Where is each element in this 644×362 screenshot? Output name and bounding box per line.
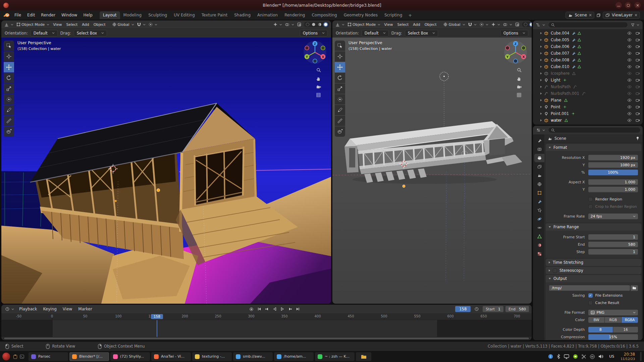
tray-volume-icon[interactable] xyxy=(598,354,603,359)
jump-to-end-button[interactable] xyxy=(294,306,301,312)
properties-tab-world[interactable] xyxy=(534,180,544,188)
workspace-tab-layout[interactable]: Layout xyxy=(100,11,120,19)
tool-move-button[interactable] xyxy=(4,62,14,72)
shading-solid-button[interactable] xyxy=(529,22,532,27)
timeline-editor-type-button[interactable] xyxy=(4,306,15,312)
tray-scissors-icon[interactable] xyxy=(582,354,586,359)
snap-toggle[interactable] xyxy=(467,22,478,27)
outliner-item-point[interactable]: Point xyxy=(533,104,643,110)
tool-measure-button[interactable] xyxy=(335,116,345,126)
orientation-dropdown[interactable]: Default xyxy=(362,30,389,37)
next-keyframe-button[interactable] xyxy=(287,306,293,312)
proportional-editing-toggle[interactable] xyxy=(147,22,159,27)
disable-in-render-icon[interactable] xyxy=(636,72,640,75)
tray-pause-icon[interactable] xyxy=(590,354,595,359)
timeline-menu-playback[interactable]: Playback xyxy=(16,306,40,312)
taskbar-app-blender[interactable]: Blender* [/... xyxy=(69,352,109,361)
camera-view-icon[interactable] xyxy=(517,85,522,89)
disable-in-render-icon[interactable] xyxy=(636,112,640,115)
pan-icon[interactable] xyxy=(316,76,321,81)
outliner-item-light[interactable]: Light xyxy=(533,77,643,83)
expand-icon[interactable] xyxy=(540,112,542,115)
viewport-menu-add[interactable]: Add xyxy=(411,22,422,27)
hide-in-viewport-icon[interactable] xyxy=(627,45,632,48)
checkbox-box[interactable] xyxy=(588,204,593,209)
clock[interactable]: 20:38 11/12/23 xyxy=(621,352,635,361)
panel-header-format[interactable]: Format xyxy=(546,144,641,151)
minimize-button[interactable] xyxy=(615,2,622,8)
panel-header-stereoscopy[interactable]: Stereoscopy xyxy=(546,267,641,274)
item-slider[interactable]: 100% xyxy=(588,170,638,175)
expand-icon[interactable] xyxy=(540,65,542,68)
workspace-tab-animation[interactable]: Animation xyxy=(254,11,281,19)
expand-icon[interactable] xyxy=(540,72,542,75)
playhead[interactable] xyxy=(157,320,157,337)
file-extensions-checkbox[interactable]: ✓File Extensions xyxy=(588,293,623,298)
expand-icon[interactable] xyxy=(540,92,542,95)
orientation-dropdown[interactable]: Default xyxy=(31,30,58,37)
outliner-item-cube-006[interactable]: Cube.006 xyxy=(533,43,643,50)
unlink-scene-icon[interactable] xyxy=(589,14,592,16)
hide-in-viewport-icon[interactable] xyxy=(627,65,632,68)
disable-in-render-icon[interactable] xyxy=(636,58,640,62)
scene-selector[interactable]: Scene xyxy=(566,12,594,19)
hide-in-viewport-icon[interactable] xyxy=(627,99,632,102)
expand-icon[interactable] xyxy=(540,85,542,88)
taskbar-app-anatwi-vi[interactable]: AnaTwi - Vi... xyxy=(151,352,191,361)
tool-annotate-button[interactable] xyxy=(335,105,345,115)
tool-add-cube-button[interactable] xyxy=(335,126,345,137)
frame-end-field[interactable]: End580 xyxy=(505,306,529,312)
zoom-icon[interactable] xyxy=(316,68,321,72)
tool-rotate-button[interactable] xyxy=(4,73,14,83)
checkbox-box[interactable] xyxy=(588,301,593,305)
render-region-checkbox[interactable]: Render Region xyxy=(588,197,622,201)
tool-rotate-button[interactable] xyxy=(335,73,345,83)
orthographic-icon[interactable] xyxy=(517,93,522,97)
workspace-tab-geometry-nodes[interactable]: Geometry Nodes xyxy=(340,11,381,19)
viewport-menu-add[interactable]: Add xyxy=(80,22,91,27)
properties-editor-type-button[interactable] xyxy=(535,127,546,133)
taskbar-app-texturing[interactable]: texturing -... xyxy=(192,352,232,361)
record-button[interactable] xyxy=(248,306,255,312)
properties-tab-constraints[interactable] xyxy=(534,224,544,232)
start-menu-button[interactable] xyxy=(2,353,10,360)
navigation-gizmo[interactable]: Z X Y xyxy=(503,40,528,65)
play-button[interactable] xyxy=(279,306,286,312)
resolution-x-field[interactable]: 1920 px xyxy=(588,155,638,161)
option-rgb[interactable]: RGB xyxy=(605,317,621,323)
timeline-menu-marker[interactable]: Marker xyxy=(75,306,95,312)
expand-icon[interactable] xyxy=(540,32,542,35)
disable-in-render-icon[interactable] xyxy=(636,92,640,95)
pin-icon[interactable] xyxy=(636,136,639,140)
shading-material-button[interactable] xyxy=(317,22,322,27)
viewport-right-canvas[interactable]: User Perspective (158) Collection | wate… xyxy=(332,38,532,304)
expand-icon[interactable] xyxy=(540,59,542,61)
xray-toggle[interactable] xyxy=(296,22,303,27)
xray-toggle[interactable] xyxy=(514,22,521,27)
object-mode-dropdown[interactable]: Object Mode xyxy=(346,22,382,27)
disable-in-render-icon[interactable] xyxy=(636,119,640,122)
timeline-menu-view[interactable]: View xyxy=(60,306,75,312)
hide-in-viewport-icon[interactable] xyxy=(627,78,632,82)
hide-in-viewport-icon[interactable] xyxy=(627,112,632,115)
y-field[interactable]: 1080 px xyxy=(588,162,638,168)
outliner-item-icosphere[interactable]: Icosphere xyxy=(533,70,643,77)
scrollbar-thumb[interactable] xyxy=(4,338,529,339)
properties-tab-output[interactable] xyxy=(534,154,544,162)
disable-in-render-icon[interactable] xyxy=(636,65,640,68)
workspace-tab-sculpting[interactable]: Sculpting xyxy=(145,11,170,19)
taskbar-app-files[interactable] xyxy=(356,352,371,361)
properties-tab-texture[interactable] xyxy=(534,250,544,258)
outliner-editor-type-button[interactable] xyxy=(535,22,546,27)
menu-window[interactable]: Window xyxy=(58,12,80,18)
properties-tab-particles[interactable] xyxy=(534,206,544,215)
options-dropdown[interactable]: Options xyxy=(500,30,528,37)
checkbox-box[interactable] xyxy=(588,197,593,201)
tool-transform-button[interactable] xyxy=(335,94,345,105)
blender-logo[interactable] xyxy=(2,12,11,18)
expand-icon[interactable] xyxy=(540,99,542,102)
tool-scale-button[interactable] xyxy=(335,83,345,94)
frame-start-field[interactable]: Start1 xyxy=(483,306,503,312)
jump-to-start-button[interactable] xyxy=(256,306,263,312)
expand-icon[interactable] xyxy=(540,52,542,55)
